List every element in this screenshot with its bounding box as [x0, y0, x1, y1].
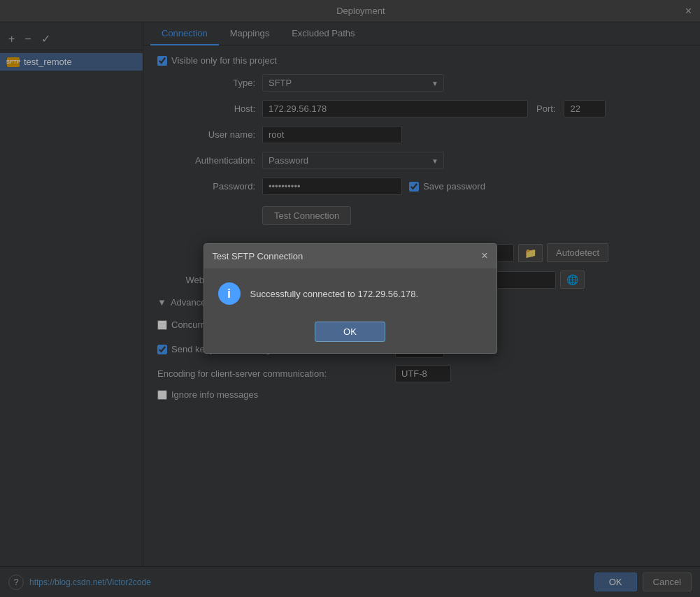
modal-ok-button[interactable]: OK	[315, 322, 385, 342]
modal-message: Successfully connected to 172.29.56.178.	[250, 289, 419, 299]
modal: Test SFTP Connection × i Successfully co…	[203, 243, 497, 354]
modal-footer: OK	[204, 316, 497, 353]
modal-title: Test SFTP Connection	[213, 251, 303, 261]
modal-close-button[interactable]: ×	[481, 250, 487, 262]
modal-overlay: Test SFTP Connection × i Successfully co…	[0, 0, 700, 597]
modal-body: i Successfully connected to 172.29.56.17…	[204, 268, 497, 316]
info-icon: i	[218, 282, 241, 305]
modal-title-bar: Test SFTP Connection ×	[204, 244, 497, 268]
